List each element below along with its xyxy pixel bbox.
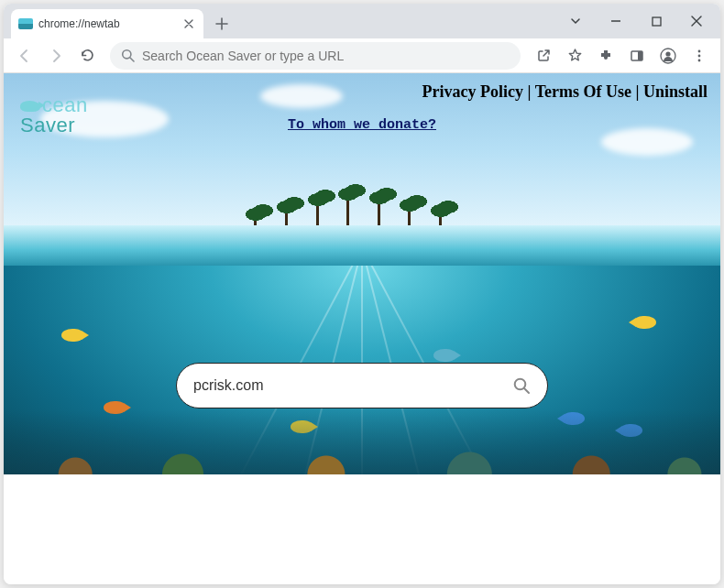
omnibox-input[interactable] [142,49,510,63]
search-icon [121,49,135,62]
ocean-background [4,73,720,474]
svg-point-6 [698,49,701,52]
chevron-down-icon[interactable] [555,7,596,35]
maximize-button[interactable] [636,7,676,35]
bookmark-star-icon[interactable] [561,42,588,70]
page-content: Privacy Policy | Terms Of Use | Uninstal… [4,73,720,584]
title-bar: chrome://newtab [4,4,720,38]
sidepanel-icon[interactable] [623,42,651,70]
minimize-button[interactable] [596,7,636,35]
reload-button[interactable] [73,42,101,70]
header-links: Privacy Policy | Terms Of Use | Uninstal… [422,82,708,102]
omnibox[interactable] [110,42,521,70]
share-icon[interactable] [530,42,557,70]
profile-avatar-icon[interactable] [654,42,682,70]
menu-dots-icon[interactable] [686,42,713,70]
svg-point-5 [665,51,670,56]
separator: | [631,82,643,101]
svg-point-7 [698,54,701,57]
donate-link[interactable]: To whom we donate? [288,117,436,133]
page-bottom-blank [4,474,720,584]
close-button[interactable] [676,7,717,35]
terms-link[interactable]: Terms Of Use [535,82,631,101]
ocean-saver-logo: cean Saver [20,95,88,136]
window-controls [555,4,717,38]
back-button[interactable] [11,42,38,70]
water-surface [4,225,720,266]
separator: | [523,82,535,101]
tab-close-icon[interactable] [181,16,196,31]
tab-title: chrome://newtab [38,17,176,30]
browser-window: chrome://newtab [4,4,720,584]
svg-rect-3 [638,51,642,60]
tab-favicon [18,18,33,29]
privacy-link[interactable]: Privacy Policy [422,82,523,101]
forward-button[interactable] [42,42,70,70]
browser-tab[interactable]: chrome://newtab [11,9,203,38]
uninstall-link[interactable]: Uninstall [643,82,708,101]
svg-point-8 [698,59,701,61]
toolbar [4,38,720,73]
extensions-icon[interactable] [592,42,620,70]
search-input[interactable] [193,377,503,394]
new-tab-button[interactable] [209,11,235,37]
search-icon[interactable] [512,376,531,395]
whale-icon [20,101,40,112]
svg-rect-0 [653,17,661,26]
logo-line2: Saver [20,115,88,136]
search-bar[interactable] [176,363,548,408]
